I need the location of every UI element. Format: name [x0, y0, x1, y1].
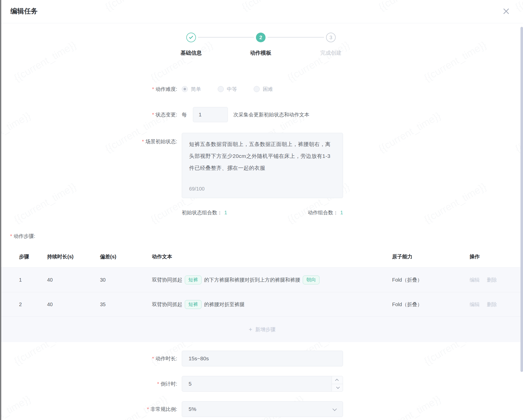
state-change-row: 状态变更: 每 1 次采集会更新初始状态和动作文本 — [0, 107, 523, 122]
cell-deviation: 30 — [100, 277, 152, 283]
number-spinner — [332, 376, 343, 391]
close-icon[interactable] — [501, 7, 511, 16]
step-connector-1 — [198, 37, 254, 38]
spinner-up-button[interactable] — [332, 376, 343, 384]
watermark-text: {{current_time}} — [12, 39, 78, 84]
radio-option-2[interactable]: 中等 — [218, 86, 237, 93]
watermark-text: {{current_time}} — [285, 39, 351, 84]
cell-actions: 编辑删除 — [470, 277, 523, 283]
column-header: 操作 — [470, 253, 523, 260]
state-change-input[interactable]: 1 — [193, 107, 228, 122]
initial-state-text: 短裤五条数据背面朝上，五条数据正面朝上，裤腰朝右，离头部视野下方至少20cm之外… — [189, 141, 331, 171]
combos-row: 初始状态组合数：1 动作组合数：1 — [0, 208, 523, 217]
state-change-label: 状态变更: — [0, 111, 177, 118]
countdown-value: 5 — [189, 381, 192, 387]
initial-state-label: 场景初始状态: — [0, 133, 177, 145]
table-row: 24035双臂协同抓起短裤的裤腰对折至裤腿Fold（折叠）编辑删除 — [1, 292, 523, 317]
page-left-edge — [0, 0, 1, 420]
step-3-circle: 3 — [326, 33, 336, 42]
state-change-prefix: 每 — [182, 111, 187, 118]
edit-link[interactable]: 编辑 — [470, 277, 480, 283]
countdown-row: 倒计时: 5 — [0, 376, 523, 392]
radio-circle-icon — [182, 86, 188, 92]
cell-duration: 40 — [47, 277, 100, 283]
difficulty-radio-group: 简单中等困难 — [182, 86, 273, 93]
delete-link[interactable]: 删除 — [487, 277, 497, 283]
initial-combo-label: 初始状态组合数： — [182, 210, 222, 215]
state-change-suffix: 次采集会更新初始状态和动作文本 — [233, 111, 309, 118]
radio-option-1[interactable]: 简单 — [182, 86, 201, 93]
object-tag: 朝向 — [303, 276, 319, 284]
chevron-down-icon — [336, 385, 340, 389]
countdown-label: 倒计时: — [0, 381, 177, 387]
initial-combo-value: 1 — [224, 210, 227, 215]
radio-option-label: 中等 — [227, 86, 237, 93]
object-tag: 短裤 — [185, 276, 202, 284]
action-steps-section-label: 动作步骤: — [10, 233, 35, 240]
initial-state-textarea[interactable]: 短裤五条数据背面朝上，五条数据正面朝上，裤腰朝右，离头部视野下方至少20cm之外… — [182, 133, 343, 198]
cell-atomic-ability: Fold（折叠） — [392, 301, 470, 308]
action-combo-label: 动作组合数： — [308, 210, 338, 215]
unusual-ratio-label: 非常规比例: — [0, 406, 177, 413]
duration-row: 动作时长: 15s~80s — [0, 351, 523, 366]
char-counter: 69/100 — [189, 183, 205, 195]
object-tag: 短裤 — [185, 300, 202, 309]
unusual-ratio-value: 5% — [189, 406, 196, 412]
table-row: 14030双臂协同抓起短裤的下方裤腿和裤腰对折到上方的裤腿和裤腰朝向Fold（折… — [1, 268, 523, 292]
column-header: 原子能力 — [392, 253, 470, 260]
cell-action-text: 双臂协同抓起短裤的下方裤腿和裤腰对折到上方的裤腿和裤腰朝向 — [152, 276, 392, 284]
difficulty-row: 动作难度: 简单中等困难 — [0, 81, 523, 97]
initial-state-row: 场景初始状态: 短裤五条数据背面朝上，五条数据正面朝上，裤腰朝右，离头部视野下方… — [0, 133, 523, 198]
table-body: 14030双臂协同抓起短裤的下方裤腿和裤腰对折到上方的裤腿和裤腰朝向Fold（折… — [1, 268, 523, 317]
duration-input[interactable]: 15s~80s — [182, 351, 343, 366]
delete-link[interactable]: 删除 — [487, 301, 497, 308]
dialog-header: 编辑任务 — [1, 0, 523, 23]
radio-option-3[interactable]: 困难 — [254, 86, 273, 93]
action-text-segment: 的下方裤腿和裤腰对折到上方的裤腿和裤腰 — [204, 277, 300, 283]
column-header: 持续时长(s) — [47, 253, 100, 260]
cell-atomic-ability: Fold（折叠） — [392, 277, 470, 283]
action-steps-table: 步骤持续时长(s)偏差(s)动作文本原子能力操作 14030双臂协同抓起短裤的下… — [1, 246, 523, 342]
select-chevron-down-icon — [333, 407, 337, 411]
cell-action-text: 双臂协同抓起短裤的裤腰对折至裤腿 — [152, 300, 392, 309]
action-combo-count: 动作组合数：1 — [308, 209, 343, 216]
spinner-down-button[interactable] — [332, 384, 343, 392]
radio-option-label: 困难 — [263, 86, 273, 93]
cell-actions: 编辑删除 — [470, 301, 523, 308]
cell-deviation: 35 — [100, 302, 152, 307]
radio-circle-icon — [218, 86, 224, 92]
check-icon — [189, 35, 193, 39]
dialog-title: 编辑任务 — [10, 7, 38, 16]
column-header: 偏差(s) — [100, 253, 152, 260]
step-2-label: 动作模板 — [230, 49, 291, 56]
cell-step: 1 — [19, 277, 47, 283]
column-header: 动作文本 — [152, 253, 392, 260]
unusual-ratio-select[interactable]: 5% — [182, 401, 343, 417]
scrollbar-thumb[interactable] — [520, 27, 523, 372]
action-text-segment: 的裤腰对折至裤腿 — [204, 301, 245, 308]
step-1-label: 基础信息 — [161, 49, 222, 56]
countdown-input[interactable]: 5 — [182, 376, 343, 392]
cell-step: 2 — [19, 302, 47, 307]
column-header: 步骤 — [19, 253, 47, 260]
step-3-label: 完成创建 — [300, 49, 361, 56]
watermark-text: {{current_time}} — [149, 39, 215, 84]
edit-link[interactable]: 编辑 — [470, 301, 480, 308]
plus-icon: + — [249, 326, 252, 332]
duration-label: 动作时长: — [0, 355, 177, 362]
unusual-ratio-row: 非常规比例: 5% — [0, 401, 523, 417]
initial-combo-count: 初始状态组合数：1 — [182, 209, 227, 216]
action-combo-value: 1 — [340, 210, 343, 215]
difficulty-label: 动作难度: — [0, 86, 177, 93]
step-connector-2 — [268, 37, 324, 38]
radio-circle-icon — [254, 86, 260, 92]
action-text-segment: 双臂协同抓起 — [152, 301, 182, 308]
add-step-label: 新增步骤 — [255, 326, 276, 333]
cell-duration: 40 — [47, 302, 100, 307]
action-text-segment: 双臂协同抓起 — [152, 277, 182, 283]
radio-option-label: 简单 — [191, 86, 201, 93]
add-step-button[interactable]: + 新增步骤 — [1, 317, 523, 342]
watermark-text: {{current_time}} — [422, 39, 488, 84]
step-2-circle: 2 — [256, 33, 266, 42]
chevron-up-icon — [335, 379, 338, 382]
